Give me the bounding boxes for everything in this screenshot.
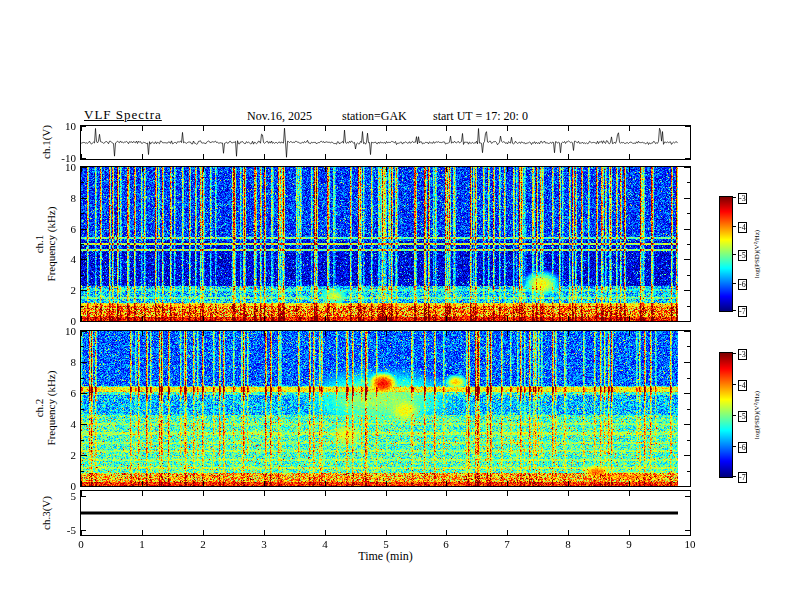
colorbar-tick-mark — [733, 226, 736, 227]
y-tick-label: 6 — [71, 387, 77, 399]
colorbar-tick-mark — [733, 310, 736, 311]
x-tick-mark — [325, 331, 326, 336]
x-tick-mark — [507, 530, 508, 535]
x-tick-mark — [264, 126, 265, 131]
y-tick-mark — [684, 424, 690, 425]
y-tick-label: 8 — [71, 192, 77, 204]
x-tick-mark — [142, 316, 143, 321]
x-tick-mark — [568, 331, 569, 336]
x-tick-mark — [629, 167, 630, 172]
y-tick-mark — [684, 229, 690, 230]
y-tick-mark — [687, 275, 690, 276]
y-tick-mark — [81, 290, 87, 291]
x-tick-label: 8 — [565, 538, 571, 550]
x-tick-mark — [325, 530, 326, 535]
y-tick-mark — [684, 393, 690, 394]
x-tick-mark — [507, 331, 508, 336]
colorbar-tick-label: -6 — [738, 279, 747, 290]
x-tick-mark — [142, 481, 143, 486]
y-tick-mark — [81, 440, 84, 441]
x-tick-mark — [386, 316, 387, 321]
y-tick-mark — [687, 182, 690, 183]
x-tick-mark — [386, 331, 387, 336]
y-tick-mark — [684, 290, 690, 291]
x-tick-label: 10 — [685, 538, 696, 550]
x-tick-mark — [629, 154, 630, 159]
y-tick-mark — [687, 213, 690, 214]
x-tick-mark — [507, 481, 508, 486]
y-tick-label: 2 — [71, 284, 77, 296]
y-tick-mark — [684, 259, 690, 260]
x-tick-mark — [203, 154, 204, 159]
x-tick-mark — [142, 491, 143, 496]
x-tick-mark — [568, 316, 569, 321]
x-tick-mark — [142, 530, 143, 535]
y-tick-mark — [687, 346, 690, 347]
y-tick-label: 10 — [65, 325, 76, 337]
colorbar-tick-label: -4 — [738, 380, 747, 391]
x-tick-label: 4 — [322, 538, 328, 550]
x-tick-mark — [629, 481, 630, 486]
x-tick-mark — [507, 126, 508, 131]
x-tick-mark — [203, 530, 204, 535]
colorbar-tick-label: -4 — [738, 222, 747, 233]
y-tick-mark — [81, 378, 84, 379]
colorbar-tick-label: -7 — [738, 472, 747, 483]
y-tick-mark — [684, 331, 690, 332]
y-tick-mark — [685, 496, 690, 497]
x-tick-mark — [264, 167, 265, 172]
colorbar-tick-label: -7 — [738, 306, 747, 317]
x-tick-mark — [629, 331, 630, 336]
x-tick-mark — [568, 126, 569, 131]
y-tick-mark — [81, 158, 86, 159]
x-tick-mark — [264, 331, 265, 336]
y-tick-mark — [687, 378, 690, 379]
x-tick-mark — [690, 167, 691, 172]
y-tick-mark — [685, 530, 690, 531]
x-tick-mark — [568, 167, 569, 172]
x-tick-mark — [386, 481, 387, 486]
colorbar-tick-label: -3 — [738, 349, 747, 360]
x-tick-mark — [690, 331, 691, 336]
y-tick-mark — [81, 126, 86, 127]
colorbar-tick-label: -6 — [738, 442, 747, 453]
x-tick-label: 5 — [383, 538, 389, 550]
x-tick-mark — [386, 126, 387, 131]
x-tick-mark — [507, 167, 508, 172]
y-tick-mark — [685, 126, 690, 127]
y-tick-mark — [81, 244, 84, 245]
colorbar-tick-mark — [733, 254, 736, 255]
y-tick-mark — [81, 486, 87, 487]
x-tick-mark — [507, 491, 508, 496]
vlf-spectra-screenshot: { "header": { "title": "VLF Spectra", "d… — [0, 0, 792, 612]
y-tick-mark — [685, 158, 690, 159]
x-tick-mark — [203, 331, 204, 336]
y-tick-label: 5 — [71, 490, 77, 502]
x-tick-mark — [690, 491, 691, 496]
x-tick-mark — [446, 316, 447, 321]
x-tick-mark — [325, 154, 326, 159]
x-tick-label: 9 — [626, 538, 632, 550]
x-tick-mark — [629, 491, 630, 496]
x-tick-mark — [690, 154, 691, 159]
x-tick-mark — [568, 491, 569, 496]
x-tick-mark — [264, 316, 265, 321]
colorbar-tick-mark — [733, 476, 736, 477]
y-tick-mark — [81, 306, 84, 307]
y-tick-mark — [684, 198, 690, 199]
y-tick-label: 10 — [65, 120, 76, 132]
y-tick-label: 4 — [71, 418, 77, 430]
x-tick-mark — [264, 491, 265, 496]
x-tick-mark — [568, 530, 569, 535]
y-tick-mark — [81, 455, 87, 456]
y-tick-mark — [684, 167, 690, 168]
x-tick-mark — [203, 491, 204, 496]
y-tick-mark — [81, 321, 87, 322]
colorbar-tick-label: -3 — [738, 193, 747, 204]
x-tick-mark — [446, 481, 447, 486]
axis-ticks-layer: 0123456789100246810024681010-105-5-3-4-5… — [0, 0, 792, 612]
y-tick-mark — [81, 229, 87, 230]
x-tick-label: 1 — [139, 538, 145, 550]
x-tick-mark — [690, 530, 691, 535]
x-tick-mark — [325, 491, 326, 496]
